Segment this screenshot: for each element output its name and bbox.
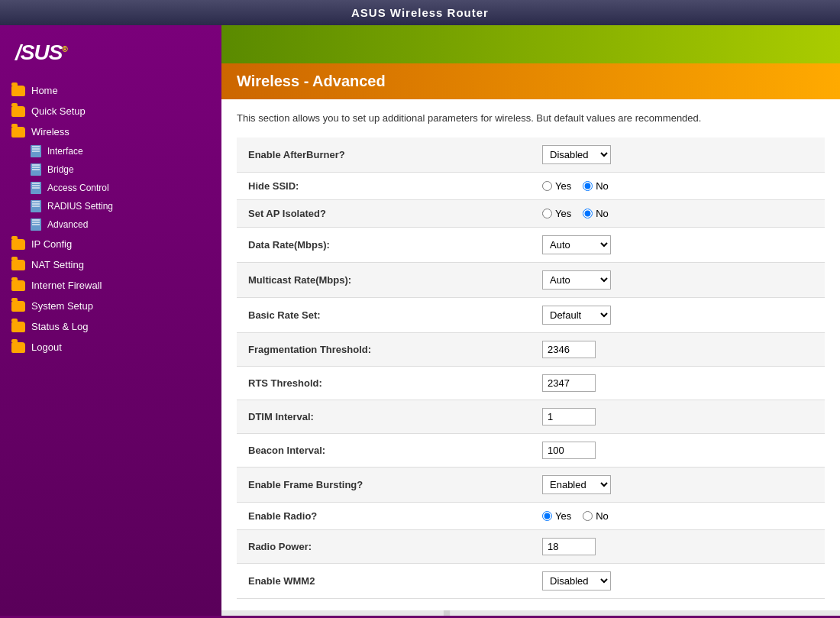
- sidebar-label-ip-config: IP Config: [31, 238, 72, 250]
- sidebar-item-bridge[interactable]: Bridge: [0, 160, 221, 179]
- asus-logo: /SUS®: [0, 33, 221, 80]
- cell-data-rate: Auto 1 2 5.5 11: [531, 227, 825, 262]
- radio-text-yes: Yes: [555, 180, 571, 192]
- row-frag-threshold: Fragmentation Threshold:: [237, 332, 825, 366]
- folder-icon: [11, 260, 25, 270]
- cell-radio-power: [531, 529, 825, 563]
- radio-group-ap-isolated: Yes No: [542, 208, 813, 219]
- select-basic-rate-set[interactable]: Default All 1-2Mbps: [542, 306, 611, 325]
- page-header: ASUS Wireless Router: [0, 0, 840, 25]
- sidebar-label-advanced: Advanced: [47, 219, 88, 230]
- cell-multicast-rate: Auto 1 2 5.5 11: [531, 262, 825, 297]
- radio-hide-ssid-yes[interactable]: [542, 181, 552, 191]
- top-green-bar: [221, 25, 840, 63]
- radio-label-hide-ssid-no[interactable]: No: [583, 180, 609, 192]
- row-basic-rate-set: Basic Rate Set: Default All 1-2Mbps: [237, 297, 825, 332]
- label-radio-power: Radio Power:: [237, 529, 531, 563]
- cell-rts-threshold: [531, 366, 825, 400]
- sidebar-item-nat-setting[interactable]: NAT Setting: [0, 254, 221, 275]
- input-rts-threshold[interactable]: [542, 374, 596, 392]
- page-title: Wireless - Advanced: [237, 73, 825, 90]
- sidebar-label-nat-setting: NAT Setting: [31, 259, 84, 270]
- folder-icon: [11, 239, 25, 250]
- row-frame-bursting: Enable Frame Bursting? Enabled Disabled: [237, 467, 825, 502]
- select-enable-wmm2[interactable]: Disabled Enabled: [542, 571, 611, 590]
- folder-icon: [11, 280, 25, 291]
- radio-label-ap-isolated-yes[interactable]: Yes: [542, 208, 571, 219]
- cell-frag-threshold: [531, 332, 825, 366]
- radio-hide-ssid-no[interactable]: [583, 181, 593, 191]
- input-frag-threshold[interactable]: [542, 341, 596, 358]
- label-enable-afterburner: Enable AfterBurner?: [237, 138, 531, 173]
- sidebar-label-logout: Logout: [31, 341, 62, 353]
- sidebar-item-ip-config[interactable]: IP Config: [0, 234, 221, 254]
- content-area: Wireless - Advanced This section allows …: [221, 25, 840, 616]
- radio-text-yes: Yes: [555, 510, 571, 522]
- row-data-rate: Data Rate(Mbps): Auto 1 2 5.5 11: [237, 227, 825, 262]
- cell-dtim-interval: [531, 400, 825, 433]
- label-data-rate: Data Rate(Mbps):: [237, 227, 531, 262]
- page-icon: [31, 182, 41, 194]
- row-dtim-interval: DTIM Interval:: [237, 400, 825, 433]
- sidebar-item-internet-firewall[interactable]: Internet Firewall: [0, 275, 221, 296]
- page-icon: [31, 200, 41, 212]
- label-hide-ssid: Hide SSID:: [237, 172, 531, 199]
- row-enable-wmm2: Enable WMM2 Disabled Enabled: [237, 563, 825, 598]
- cell-beacon-interval: [531, 433, 825, 467]
- select-frame-bursting[interactable]: Enabled Disabled: [542, 475, 611, 494]
- label-set-ap-isolated: Set AP Isolated?: [237, 199, 531, 227]
- sidebar-label-bridge: Bridge: [47, 164, 74, 175]
- cell-enable-afterburner: Disabled Enabled: [531, 138, 825, 173]
- radio-text-yes: Yes: [555, 208, 571, 219]
- radio-label-hide-ssid-yes[interactable]: Yes: [542, 180, 571, 192]
- sidebar-item-advanced[interactable]: Advanced: [0, 215, 221, 234]
- page-icon: [31, 218, 41, 231]
- radio-enable-radio-yes[interactable]: [542, 511, 552, 521]
- sidebar-item-status-log[interactable]: Status & Log: [0, 316, 221, 337]
- cell-enable-wmm2: Disabled Enabled: [531, 563, 825, 598]
- sidebar-label-wireless: Wireless: [31, 126, 69, 138]
- folder-icon: [11, 86, 25, 96]
- page-icon: [31, 145, 41, 157]
- input-beacon-interval[interactable]: [542, 442, 596, 459]
- sidebar-item-interface[interactable]: Interface: [0, 142, 221, 160]
- select-data-rate[interactable]: Auto 1 2 5.5 11: [542, 235, 611, 254]
- sidebar-item-access-control[interactable]: Access Control: [0, 179, 221, 197]
- label-multicast-rate: Multicast Rate(Mbps):: [237, 262, 531, 297]
- watermark: SetupRouter.com: [341, 610, 721, 616]
- sidebar-label-system-setup: System Setup: [31, 300, 93, 312]
- radio-label-enable-radio-no[interactable]: No: [583, 510, 609, 522]
- sidebar-item-quick-setup[interactable]: Quick Setup: [0, 101, 221, 121]
- radio-ap-isolated-no[interactable]: [583, 209, 593, 218]
- sidebar-label-quick-setup: Quick Setup: [31, 105, 86, 117]
- input-dtim-interval[interactable]: [542, 408, 596, 425]
- radio-label-enable-radio-yes[interactable]: Yes: [542, 510, 571, 522]
- radio-ap-isolated-yes[interactable]: [542, 209, 552, 218]
- row-radio-power: Radio Power:: [237, 529, 825, 563]
- sidebar-item-wireless[interactable]: Wireless: [0, 121, 221, 142]
- sidebar-item-home[interactable]: Home: [0, 80, 221, 101]
- page-description: This section allows you to set up additi…: [237, 111, 825, 126]
- select-enable-afterburner[interactable]: Disabled Enabled: [542, 145, 611, 164]
- cell-set-ap-isolated: Yes No: [531, 199, 825, 227]
- sidebar-item-radius-setting[interactable]: RADIUS Setting: [0, 197, 221, 215]
- sidebar-item-system-setup[interactable]: System Setup: [0, 296, 221, 316]
- select-multicast-rate[interactable]: Auto 1 2 5.5 11: [542, 270, 611, 290]
- label-dtim-interval: DTIM Interval:: [237, 400, 531, 433]
- sidebar-label-internet-firewall: Internet Firewall: [31, 280, 102, 291]
- radio-group-hide-ssid: Yes No: [542, 180, 813, 192]
- radio-label-ap-isolated-no[interactable]: No: [583, 208, 609, 219]
- sidebar-label-interface: Interface: [47, 146, 83, 157]
- cell-enable-radio: Yes No: [531, 502, 825, 529]
- input-radio-power[interactable]: [542, 538, 596, 555]
- label-enable-radio: Enable Radio?: [237, 502, 531, 529]
- radio-text-no: No: [596, 510, 609, 522]
- sidebar-item-logout[interactable]: Logout: [0, 337, 221, 358]
- folder-icon: [11, 106, 25, 117]
- row-enable-afterburner: Enable AfterBurner? Disabled Enabled: [237, 138, 825, 173]
- radio-text-no: No: [596, 180, 609, 192]
- content-body: This section allows you to set up additi…: [221, 99, 840, 610]
- folder-icon: [11, 322, 25, 332]
- radio-enable-radio-no[interactable]: [583, 511, 593, 521]
- cell-basic-rate-set: Default All 1-2Mbps: [531, 297, 825, 332]
